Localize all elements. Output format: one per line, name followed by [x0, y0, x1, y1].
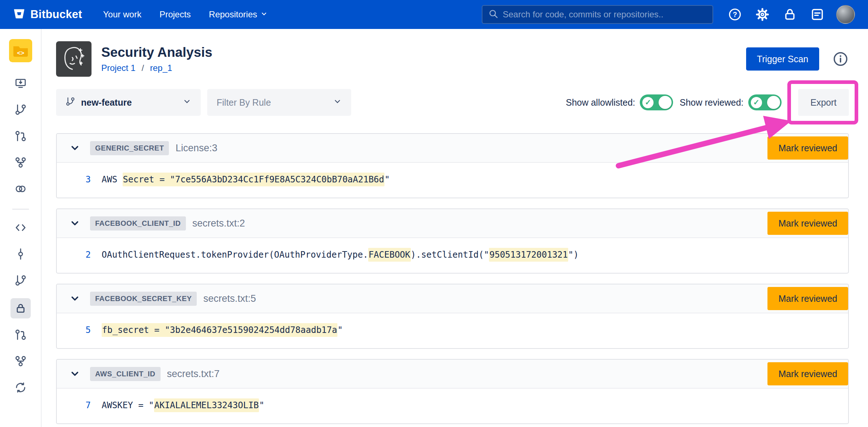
nav-projects[interactable]: Projects: [159, 9, 191, 20]
expand-chevron-icon[interactable]: [68, 292, 81, 305]
sync-icon[interactable]: [12, 379, 29, 396]
code-line-number: 7: [57, 400, 91, 410]
lock-icon[interactable]: [782, 7, 798, 22]
user-avatar[interactable]: [836, 5, 855, 24]
top-navigation: Bitbucket Your work Projects Repositorie…: [0, 0, 868, 29]
trigger-scan-button[interactable]: Trigger Scan: [746, 47, 819, 71]
nav-your-work[interactable]: Your work: [103, 9, 141, 20]
rule-filter-select[interactable]: Filter By Rule: [207, 89, 351, 116]
page-header: Security Analysis Project 1 / rep_1 Trig…: [56, 41, 849, 77]
finding-header: FACEBOOK_SECRET_KEY secrets.txt:5 Mark r…: [57, 284, 848, 313]
code-text: ": [337, 325, 342, 335]
branch-select-value: new-feature: [81, 97, 177, 108]
finding-card: FACEBOOK_CLIENT_ID secrets.txt:2 Mark re…: [56, 208, 849, 274]
info-icon[interactable]: [832, 51, 849, 67]
main-content: Security Analysis Project 1 / rep_1 Trig…: [42, 29, 868, 427]
expand-chevron-icon[interactable]: [68, 141, 81, 155]
toggle-controls: Show allowlisted: ✓ Show reviewed: ✓ Exp…: [566, 89, 849, 116]
repo-avatar[interactable]: <>: [9, 39, 32, 62]
show-reviewed-label: Show reviewed:: [680, 97, 743, 108]
code-text: "): [568, 250, 579, 260]
svg-text:<>: <>: [17, 49, 24, 56]
findings-list: GENERIC_SECRET License:3 Mark reviewed 3…: [56, 133, 849, 424]
finding-card: FACEBOOK_SECRET_KEY secrets.txt:5 Mark r…: [56, 284, 849, 349]
code-line: OAuthClientRequest.tokenProvider(OAuthPr…: [102, 250, 579, 260]
finding-location: secrets.txt:7: [167, 368, 220, 380]
check-icon: ✓: [642, 97, 654, 108]
code-line-number: 5: [57, 325, 91, 335]
expand-chevron-icon[interactable]: [68, 217, 81, 230]
repo-avatar-image: [56, 41, 92, 77]
finding-card: GENERIC_SECRET License:3 Mark reviewed 3…: [56, 133, 849, 198]
repo-sidebar: <>: [0, 29, 42, 427]
code-text: AWSKEY = ": [102, 400, 154, 410]
commits-icon[interactable]: [12, 245, 29, 263]
code-text: ": [384, 174, 390, 185]
mark-reviewed-button[interactable]: Mark reviewed: [767, 362, 848, 385]
nav-repositories[interactable]: Repositories: [209, 9, 268, 20]
create-branch-icon[interactable]: [12, 101, 29, 118]
help-icon[interactable]: ?: [727, 7, 743, 22]
search-input[interactable]: [503, 9, 707, 20]
finding-code-row: 5 fb_secret = "3b2e464637e5159024254dd78…: [57, 313, 848, 348]
mark-reviewed-button[interactable]: Mark reviewed: [767, 287, 848, 310]
breadcrumb-repo-link[interactable]: rep_1: [150, 63, 172, 73]
mark-reviewed-button[interactable]: Mark reviewed: [767, 136, 848, 160]
code-line: fb_secret = "3b2e464637e5159024254dd78aa…: [102, 325, 343, 335]
breadcrumb-project-link[interactable]: Project 1: [101, 63, 136, 73]
secret-highlight: Secret = "7ce556A3bD234Cc1Ff9E8A5C324C0b…: [123, 173, 384, 186]
breadcrumb: Project 1 / rep_1: [101, 63, 212, 73]
primary-nav: Your work Projects Repositories: [103, 9, 268, 20]
finding-header: GENERIC_SECRET License:3 Mark reviewed: [57, 134, 848, 163]
toggle-knob: [767, 96, 780, 109]
forks-icon[interactable]: [12, 352, 29, 370]
global-search[interactable]: [482, 5, 713, 24]
breadcrumb-separator: /: [141, 63, 144, 73]
code-text: ": [259, 400, 264, 410]
expand-chevron-icon[interactable]: [68, 367, 81, 380]
source-icon[interactable]: [12, 219, 29, 236]
settings-gear-icon[interactable]: [754, 7, 770, 22]
code-line: AWSKEY = "AKIALALEMEL33243OLIB": [102, 400, 264, 410]
feedback-icon[interactable]: [809, 7, 825, 22]
filter-row: new-feature Filter By Rule Show allowlis…: [56, 89, 849, 116]
security-lock-icon[interactable]: [10, 298, 31, 318]
finding-code-row: 3 AWS Secret = "7ce556A3bD234Cc1Ff9E8A5C…: [57, 163, 848, 198]
secret-highlight: FACEBOOK: [368, 248, 411, 262]
clone-icon[interactable]: [12, 75, 29, 92]
chevron-down-icon: [260, 9, 268, 20]
show-reviewed-toggle[interactable]: ✓: [748, 94, 782, 110]
brand-name: Bitbucket: [30, 8, 82, 21]
finding-header: FACEBOOK_CLIENT_ID secrets.txt:2 Mark re…: [57, 209, 848, 238]
show-allowlisted-toggle[interactable]: ✓: [640, 94, 673, 110]
finding-code-row: 2 OAuthClientRequest.tokenProvider(OAuth…: [57, 238, 848, 273]
search-icon: [488, 9, 498, 20]
finding-location: License:3: [175, 143, 217, 154]
export-wrap: Export: [798, 89, 849, 116]
sidebar-divider: [12, 209, 29, 210]
code-text: ).setClientId(": [411, 250, 489, 260]
code-text: AWS: [102, 174, 123, 185]
page-title: Security Analysis: [101, 45, 212, 60]
finding-code-row: 7 AWSKEY = "AKIALALEMEL33243OLIB": [57, 389, 848, 423]
secret-highlight: fb_secret = "3b2e464637e5159024254dd78aa…: [102, 323, 337, 337]
finding-header: AWS_CLIENT_ID secrets.txt:7 Mark reviewe…: [57, 360, 848, 389]
title-block: Security Analysis Project 1 / rep_1: [101, 45, 212, 73]
code-line-number: 2: [57, 250, 91, 260]
branch-select[interactable]: new-feature: [56, 89, 201, 116]
pull-request-icon[interactable]: [12, 127, 29, 145]
pipelines-icon[interactable]: [12, 154, 29, 171]
bitbucket-logo[interactable]: Bitbucket: [13, 8, 82, 21]
branches-icon[interactable]: [12, 272, 29, 289]
code-line-number: 3: [57, 174, 91, 185]
pull-requests-icon[interactable]: [12, 326, 29, 343]
mark-reviewed-button[interactable]: Mark reviewed: [767, 212, 848, 235]
deployments-icon[interactable]: [12, 180, 29, 198]
check-icon: ✓: [751, 97, 762, 108]
secret-highlight: 950513172001321: [489, 248, 568, 262]
code-text: OAuthClientRequest.tokenProvider(OAuthPr…: [102, 250, 368, 260]
finding-card: AWS_CLIENT_ID secrets.txt:7 Mark reviewe…: [56, 359, 849, 424]
export-button[interactable]: Export: [798, 89, 849, 116]
code-line: AWS Secret = "7ce556A3bD234Cc1Ff9E8A5C32…: [102, 174, 390, 185]
header-actions: Trigger Scan: [746, 47, 849, 71]
